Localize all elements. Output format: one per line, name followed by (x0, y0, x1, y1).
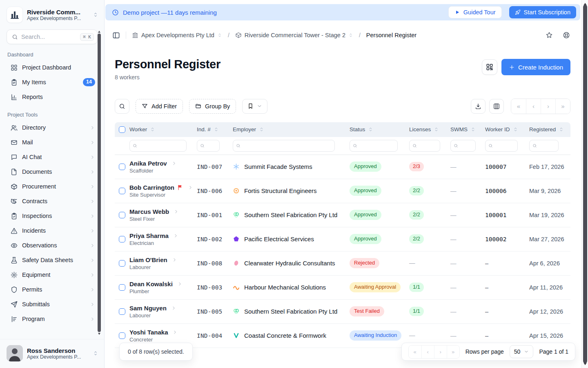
user-menu[interactable]: Ross Sanderson Apex Developments P... (0, 339, 104, 368)
column-header[interactable]: Licenses (409, 126, 450, 132)
sidebar-item[interactable]: Contracts (7, 194, 98, 209)
row-expand-icon[interactable] (172, 257, 177, 263)
row-checkbox[interactable] (119, 284, 125, 291)
filter-input-ind[interactable] (197, 140, 220, 152)
filter-input-worker[interactable] (129, 140, 187, 152)
qr-code-button[interactable] (482, 59, 497, 75)
table-row[interactable]: Marcus Webb Steel Fixer IND-001 Southern… (115, 203, 570, 227)
filter-input-status[interactable] (350, 140, 398, 152)
guided-tour-button[interactable]: Guided Tour (448, 6, 502, 18)
sidebar-toggle-icon[interactable] (112, 31, 120, 39)
sidebar-item[interactable]: Directory (7, 120, 98, 135)
next-page-button[interactable]: › (434, 346, 447, 358)
last-page-button[interactable]: » (555, 99, 570, 114)
sidebar-item[interactable]: My Items 14 (7, 75, 98, 90)
sidebar-item[interactable]: Submittals (7, 297, 98, 312)
lifebuoy-icon[interactable] (563, 31, 570, 39)
breadcrumb-project[interactable]: Riverside Commercial Tower - Stage 2 (235, 32, 353, 38)
sidebar-scrollbar[interactable] (98, 34, 101, 332)
sidebar-item[interactable]: Inspections (7, 209, 98, 223)
sidebar-item[interactable]: Incidents (7, 223, 98, 238)
prev-page-button[interactable]: ‹ (526, 99, 541, 114)
row-expand-icon[interactable] (171, 305, 176, 311)
row-expand-icon[interactable] (177, 281, 183, 287)
prev-page-button[interactable]: ‹ (421, 346, 434, 358)
column-header[interactable]: Worker ID (485, 126, 529, 132)
breadcrumb-company[interactable]: Apex Developments Pty Ltd (132, 32, 222, 38)
table-row[interactable]: Bob Carrington Site Supervisor IND-006 F… (115, 179, 570, 203)
column-header[interactable]: Status (350, 126, 409, 132)
sidebar-item[interactable]: Mail (7, 135, 98, 150)
column-header[interactable]: SWMS (450, 126, 485, 132)
induction-number: IND-005 (197, 308, 233, 315)
star-icon[interactable] (546, 31, 553, 39)
filter-input-worker-id[interactable] (485, 140, 518, 152)
table-row[interactable]: Priya Sharma Electrician IND-002 Pacific… (115, 227, 570, 251)
scroll-down-arrow[interactable] (584, 363, 587, 367)
sidebar-item-label: Reports (22, 94, 95, 100)
row-expand-icon[interactable] (174, 209, 179, 214)
table-row[interactable]: Anika Petrov Scaffolder IND-007 Summit F… (115, 155, 570, 179)
row-checkbox[interactable] (119, 260, 125, 267)
create-induction-button[interactable]: Create Induction (501, 59, 570, 75)
row-checkbox[interactable] (119, 236, 125, 242)
columns-button[interactable] (489, 99, 504, 114)
add-filter-button[interactable]: Add Filter (136, 99, 183, 114)
sidebar-item[interactable]: Reports (7, 90, 98, 104)
saved-views-button[interactable] (242, 99, 267, 114)
sidebar-item-icon (11, 227, 18, 234)
workspace-switcher[interactable]: Riverside Comm... Apex Developments P... (0, 0, 104, 28)
filter-input-swms[interactable] (450, 140, 476, 152)
sidebar-item[interactable]: Permits (7, 282, 98, 297)
filter-cell (529, 140, 570, 152)
download-button[interactable] (471, 99, 486, 114)
start-subscription-button[interactable]: Start Subscription (509, 6, 576, 18)
sidebar-item[interactable]: Equipment (7, 267, 98, 282)
sidebar-item-icon (11, 286, 18, 293)
page-scrollbar[interactable] (581, 0, 588, 368)
status-cell: Approved (350, 210, 409, 220)
worker-role: Electrician (129, 240, 197, 246)
group-by-button[interactable]: Group By (189, 99, 236, 114)
column-header[interactable]: Employer (233, 126, 350, 132)
sidebar-item[interactable]: Program (7, 312, 98, 326)
row-expand-icon[interactable] (188, 185, 193, 190)
row-checkbox[interactable] (119, 308, 125, 315)
sort-icon (434, 127, 439, 132)
row-expand-icon[interactable] (172, 330, 178, 335)
row-checkbox[interactable] (119, 332, 125, 339)
filter-input-employer[interactable] (233, 140, 335, 152)
scrollbar-thumb[interactable] (583, 5, 587, 363)
first-page-button[interactable]: « (511, 99, 526, 114)
sidebar-item[interactable]: Documents (7, 164, 98, 179)
row-checkbox[interactable] (119, 212, 125, 218)
filter-input-registered[interactable] (529, 140, 559, 152)
table-search-button[interactable] (115, 99, 129, 114)
swms-value: — (450, 188, 485, 194)
sidebar-item[interactable]: Procurement (7, 179, 98, 194)
table-row[interactable]: Dean Kowalski Plumber IND-003 Harbour Me… (115, 276, 570, 300)
rows-per-page-select[interactable]: 50 (510, 345, 534, 358)
sidebar-item[interactable]: Project Dashboard (7, 60, 98, 75)
last-page-button[interactable]: » (447, 346, 459, 358)
sidebar-item[interactable]: Safety Data Sheets (7, 253, 98, 267)
column-header[interactable]: Registered (529, 126, 570, 132)
first-page-button[interactable]: « (409, 346, 421, 358)
landmark-icon (132, 32, 138, 38)
row-expand-icon[interactable] (172, 161, 177, 166)
registered-date: Apr 12, 2026 (529, 308, 570, 315)
table-row[interactable]: Sam Nguyen Labourer IND-005 Southern Ste… (115, 300, 570, 324)
row-expand-icon[interactable] (173, 233, 178, 238)
table-row[interactable]: Liam O'Brien Labourer IND-008 Clearwater… (115, 251, 570, 276)
column-header[interactable]: Worker (129, 126, 197, 132)
sidebar-item[interactable]: Observations (7, 238, 98, 253)
sidebar-search[interactable]: Search... ⌘ K (7, 29, 98, 44)
chevron-down-icon (524, 349, 529, 354)
filter-input-licenses[interactable] (409, 140, 440, 152)
row-checkbox[interactable] (119, 188, 125, 194)
row-checkbox[interactable] (119, 164, 125, 170)
next-page-button[interactable]: › (541, 99, 555, 114)
sidebar-item[interactable]: AI Chat (7, 150, 98, 164)
column-header[interactable]: Ind. # (197, 126, 233, 132)
select-all-checkbox[interactable] (119, 126, 125, 133)
